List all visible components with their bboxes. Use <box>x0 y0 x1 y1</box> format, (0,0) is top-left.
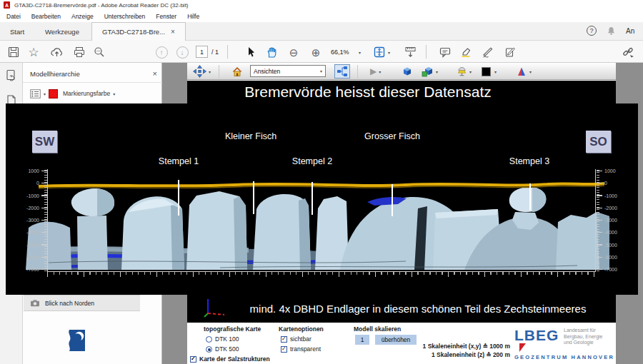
radio-icon[interactable] <box>206 336 212 343</box>
panel-divider <box>23 82 162 83</box>
cross-section-button[interactable]: ▾ <box>516 65 532 78</box>
axis-tick-label: -2000 <box>604 206 630 211</box>
checkbox-visible[interactable]: sichtbar <box>281 335 311 343</box>
play-animation-button[interactable]: ▶▾ <box>370 65 381 78</box>
highlight-tool-button[interactable] <box>458 44 474 60</box>
menu-datei[interactable]: Datei <box>6 13 21 20</box>
orientation-badge-sw: SW <box>32 131 57 153</box>
radio-dtk-500[interactable]: DTK 500 <box>206 345 239 353</box>
axis-tick-label: -5000 <box>14 243 39 248</box>
marker-color-label: Markierungsfarbe <box>63 90 110 97</box>
page-number-input[interactable]: 1 <box>196 46 208 58</box>
tab-close-icon[interactable]: × <box>171 28 175 36</box>
print-button[interactable] <box>71 44 87 60</box>
panel-title: Modellhierarchie <box>30 70 80 78</box>
zoom-level-value[interactable]: 66,1% <box>331 49 349 56</box>
share-link-button[interactable] <box>620 44 636 60</box>
axis-tick-label: -4000 <box>14 230 39 236</box>
fit-caret-icon[interactable]: ▾ <box>388 50 390 55</box>
scale-value-input[interactable]: 1 <box>355 335 369 345</box>
highlighter-icon <box>460 46 472 58</box>
rotate-caret-icon[interactable]: ▾ <box>209 69 211 74</box>
tab-bar: Start Werkzeuge GTA3D-C2718-Bre... × ? A… <box>0 22 643 41</box>
menu-unterschreiben[interactable]: Unterschreiben <box>104 13 146 20</box>
lamp-icon <box>456 66 467 77</box>
exaggerate-button[interactable]: überhöhen <box>375 335 417 345</box>
cloud-upload-button[interactable] <box>49 44 64 60</box>
window-titlebar: A GTA3D-C2718-Bremervörde.pdf - Adobe Ac… <box>0 0 643 10</box>
checkbox-salt-map[interactable]: Karte der Salzstrukturen <box>190 355 270 363</box>
save-button[interactable] <box>6 44 21 60</box>
panel-close-icon[interactable]: × <box>153 69 157 78</box>
lbeg-logo-text: LBEG <box>514 327 559 344</box>
cross-section-caret-icon[interactable]: ▾ <box>529 69 532 74</box>
axis-tick-label: -3000 <box>14 218 39 223</box>
marker-color-caret-icon[interactable]: ▾ <box>113 91 115 96</box>
scale-notes: 1 Skaleneinheit (x,y) ≙ 1000 m 1 Skalene… <box>416 342 510 359</box>
tab-start[interactable]: Start <box>0 22 34 41</box>
radio-selected-icon[interactable] <box>206 346 212 353</box>
zoom-out-button[interactable]: ⊖ <box>286 44 301 60</box>
rotate-tool-button[interactable]: ▾ <box>193 65 211 78</box>
model-tree-icon <box>337 66 348 77</box>
default-view-button[interactable] <box>231 65 243 78</box>
help-icon[interactable]: ? <box>587 26 597 36</box>
print-icon <box>74 46 85 58</box>
views-dropdown[interactable]: Ansichten ▾ <box>250 65 326 77</box>
lighting-button[interactable]: ▾ <box>456 65 472 78</box>
left-axis-line <box>47 169 48 272</box>
background-color-caret-icon[interactable]: ▾ <box>494 69 497 74</box>
render-mode-button[interactable]: ▾ <box>422 65 438 78</box>
axis-tick-label: -7000 <box>14 267 39 273</box>
options-list-icon[interactable] <box>30 89 41 98</box>
fit-page-icon <box>374 46 385 58</box>
saved-view-item[interactable]: Blick nach Norden <box>24 295 140 311</box>
lighting-caret-icon[interactable]: ▾ <box>469 69 472 74</box>
star-button[interactable]: ☆ <box>26 44 41 60</box>
zoom-in-button[interactable]: ⊕ <box>308 44 324 60</box>
background-color-button[interactable]: ▾ <box>482 65 497 78</box>
measure-tool-button[interactable] <box>402 44 418 60</box>
comment-tool-button[interactable] <box>437 44 453 60</box>
toolbar-divider <box>227 45 228 59</box>
search-icon <box>94 46 105 58</box>
stamp-tool-button[interactable] <box>502 44 518 60</box>
checkbox-icon[interactable] <box>281 346 287 353</box>
marker-color-swatch[interactable] <box>49 89 58 98</box>
options-caret-icon[interactable]: ▾ <box>44 91 46 96</box>
radio-dtk-100[interactable]: DTK 100 <box>206 335 239 343</box>
tab-werkzeuge[interactable]: Werkzeuge <box>37 22 87 41</box>
play-icon: ▶ <box>370 66 377 76</box>
page-count-label: / 1 <box>211 49 219 56</box>
hand-tool-button[interactable] <box>264 44 279 60</box>
axis-tick-label: 1000 <box>604 168 630 174</box>
model-3d-canvas[interactable]: 10000-1000-2000-3000-4000-5000-6000-7000… <box>6 103 638 295</box>
render-mode-caret-icon[interactable]: ▾ <box>436 69 438 74</box>
bell-icon[interactable] <box>606 26 617 36</box>
menu-anzeige[interactable]: Anzeige <box>71 13 94 20</box>
stamp-icon <box>504 46 517 58</box>
search-button[interactable] <box>91 44 107 60</box>
model-tree-toggle-button[interactable] <box>334 64 350 79</box>
select-tool-button[interactable] <box>243 44 259 60</box>
next-page-button[interactable]: ↓ <box>174 44 190 60</box>
menu-fenster[interactable]: Fenster <box>156 13 176 20</box>
fit-page-button[interactable] <box>372 44 387 60</box>
menu-bearbeiten[interactable]: Bearbeiten <box>31 13 61 20</box>
checkbox-icon[interactable] <box>281 336 287 343</box>
export-pdf-icon[interactable] <box>5 69 18 82</box>
checkbox-transparent[interactable]: transparent <box>281 345 321 353</box>
scene-label-stempel-1: Stempel 1 <box>159 156 199 166</box>
link-icon <box>622 46 634 58</box>
projection-button[interactable] <box>402 65 413 78</box>
sign-tool-button[interactable] <box>479 44 495 60</box>
main-toolbar: ☆ ↑ ↓ 1 / 1 ⊖ ⊕ 66,1% ▾ ▾ <box>0 41 643 63</box>
signin-link[interactable]: An <box>626 27 634 35</box>
menu-hilfe[interactable]: Hilfe <box>187 13 199 20</box>
tab-document[interactable]: GTA3D-C2718-Bre... × <box>91 22 186 41</box>
zoom-caret-icon[interactable]: ▾ <box>359 50 361 55</box>
checkbox-icon[interactable] <box>190 356 196 363</box>
previous-page-button[interactable]: ↑ <box>154 44 169 60</box>
play-caret-icon[interactable]: ▾ <box>379 69 381 74</box>
arrow-down-icon: ↓ <box>176 46 189 59</box>
